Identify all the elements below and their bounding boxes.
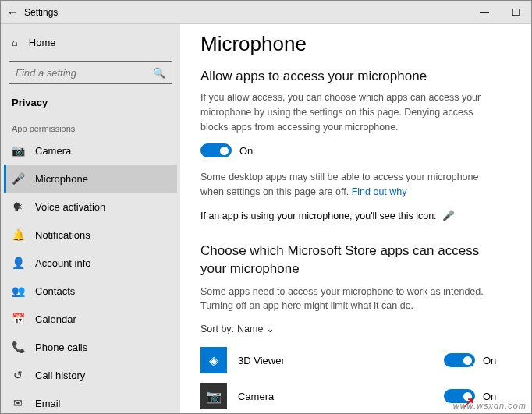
choose-heading: Choose which Microsoft Store apps can ac… [200,242,489,278]
phone-icon: 📞 [12,341,24,353]
account-icon: 👤 [12,257,24,269]
allow-toggle-row: On [200,143,514,157]
search-input[interactable] [16,67,153,79]
find-out-why-link[interactable]: Find out why [352,186,407,197]
app-name: 3D Viewer [238,355,444,366]
page-title: Microphone [200,32,514,56]
search-box[interactable]: 🔍 [9,61,172,84]
contacts-icon: 👥 [12,285,24,297]
chevron-down-icon: ⌄ [266,323,275,334]
desktop-apps-note: Some desktop apps may still be able to a… [200,170,489,200]
choose-description: Some apps need to access your microphone… [200,285,489,314]
back-button[interactable]: ← [1,6,24,19]
sort-value: Name [237,324,263,334]
in-use-note: If an app is using your microphone, you'… [200,209,489,224]
app-toggle-camera[interactable] [444,389,475,403]
history-icon: ↺ [12,369,24,381]
titlebar: ← Settings — ☐ [1,1,531,24]
section-label-privacy: Privacy [4,92,177,116]
app-row-camera: 📷 Camera On [200,378,514,413]
app-name: Camera [238,391,444,402]
sidebar-item-label: Microphone [35,173,88,185]
sort-label: Sort by: [200,324,234,334]
sidebar-item-label: Phone calls [35,341,87,353]
bell-icon: 🔔 [12,228,24,241]
voice-icon: 🗣 [12,200,24,213]
app-toggle-3d-viewer[interactable] [444,353,475,367]
minimize-button[interactable]: — [469,1,500,24]
sidebar-item-label: Email [35,398,61,409]
sidebar: ⌂ Home 🔍 Privacy App permissions 📷 Camer… [1,24,180,413]
sidebar-item-voice-activation[interactable]: 🗣 Voice activation [4,193,177,221]
camera-icon: 📷 [12,144,24,157]
allow-toggle[interactable] [200,143,232,157]
sidebar-item-label: Notifications [35,229,90,241]
sidebar-item-label: Call history [35,370,85,381]
group-label-app-permissions: App permissions [4,116,177,136]
allow-toggle-label: On [239,145,253,157]
sidebar-item-microphone[interactable]: 🎤 Microphone [4,165,177,193]
app-toggle-label: On [483,391,496,402]
sidebar-item-camera[interactable]: 📷 Camera [4,136,177,165]
sidebar-item-label: Contacts [35,285,75,297]
app-icon-3d-viewer: ◈ [200,347,227,373]
home-icon: ⌂ [12,37,18,48]
sidebar-item-label: Account info [35,257,91,269]
sidebar-item-calendar[interactable]: 📅 Calendar [4,305,177,333]
sidebar-item-label: Calendar [35,313,76,325]
sidebar-item-contacts[interactable]: 👥 Contacts [4,277,177,305]
content-pane: Microphone Allow apps to access your mic… [180,24,531,413]
search-icon: 🔍 [153,67,165,79]
sidebar-item-call-history[interactable]: ↺ Call history [4,361,177,389]
app-row-3d-viewer: ◈ 3D Viewer On [200,342,514,378]
sidebar-item-label: Voice activation [35,201,105,213]
allow-heading: Allow apps to access your microphone [200,69,514,84]
sort-by[interactable]: Sort by: Name ⌄ [200,323,514,334]
email-icon: ✉ [12,397,24,409]
sidebar-item-account-info[interactable]: 👤 Account info [4,249,177,277]
calendar-icon: 📅 [12,313,24,325]
app-toggle-label: On [483,355,496,366]
sidebar-item-email[interactable]: ✉ Email [4,389,177,413]
allow-description: If you allow access, you can choose whic… [200,90,489,134]
maximize-button[interactable]: ☐ [500,1,531,24]
sidebar-item-phone-calls[interactable]: 📞 Phone calls [4,333,177,361]
nav-home[interactable]: ⌂ Home [4,30,177,55]
sidebar-item-label: Camera [35,145,71,157]
app-icon-camera: 📷 [200,383,227,409]
sidebar-item-notifications[interactable]: 🔔 Notifications [4,221,177,249]
window-title: Settings [24,7,58,18]
microphone-icon: 🎤 [12,172,24,185]
microphone-indicator-icon: 🎤 [442,209,455,224]
nav-home-label: Home [29,37,56,48]
